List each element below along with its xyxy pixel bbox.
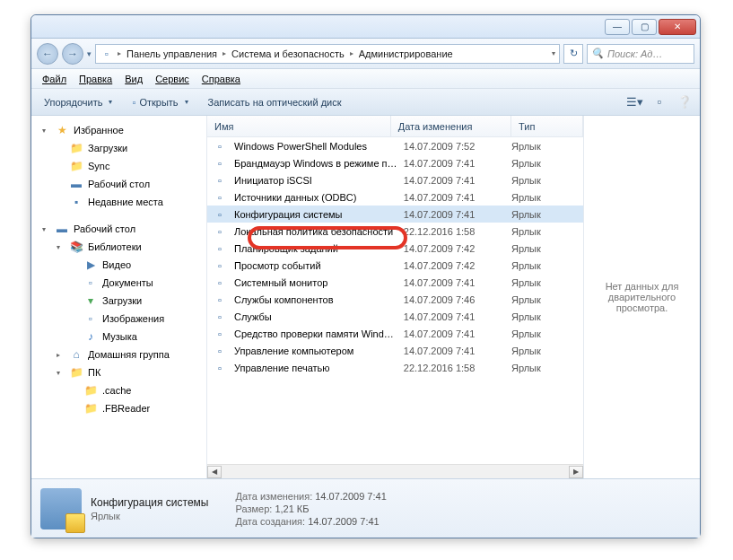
tree-icon: ⌂ xyxy=(69,347,83,362)
tree-item[interactable]: 📁.FBReader xyxy=(31,399,206,417)
menu-edit[interactable]: Правка xyxy=(74,72,118,86)
file-row[interactable]: ▫Средство проверки памяти Windows14.07.2… xyxy=(207,325,583,342)
close-button[interactable]: ✕ xyxy=(659,19,696,35)
tree-item[interactable]: 📁.cache xyxy=(31,381,206,399)
tree-item[interactable]: 📁Sync xyxy=(31,157,206,175)
column-date[interactable]: Дата изменения xyxy=(391,116,511,136)
file-date: 14.07.2009 7:41 xyxy=(404,346,506,356)
file-name: Системный монитор xyxy=(232,277,398,288)
prop-value: 1,21 КБ xyxy=(275,503,309,514)
tree-label: Библиотеки xyxy=(88,241,142,252)
tree-item[interactable]: ▾📚Библиотеки xyxy=(31,238,206,256)
file-row[interactable]: ▫Брандмауэр Windows в режиме повы…14.07.… xyxy=(207,154,583,171)
tree-icon: 📁 xyxy=(69,365,83,380)
tree-label: Загрузки xyxy=(102,295,142,306)
chevron-down-icon[interactable]: ▾ xyxy=(552,49,555,57)
tree-item[interactable]: ▸⌂Домашняя группа xyxy=(31,346,206,363)
file-name: Средство проверки памяти Windows xyxy=(232,328,398,339)
organize-button[interactable]: Упорядочить xyxy=(37,94,119,110)
expander-icon[interactable]: ▸ xyxy=(57,351,65,359)
forward-button[interactable]: → xyxy=(62,43,83,65)
menu-view[interactable]: Вид xyxy=(119,72,148,86)
expander-icon[interactable]: ▾ xyxy=(42,127,50,135)
tree-item[interactable]: ▾📁ПК xyxy=(31,363,206,381)
open-button[interactable]: ▫Открыть xyxy=(125,94,195,110)
file-date: 14.07.2009 7:52 xyxy=(404,141,506,152)
file-name: Службы компонентов xyxy=(232,294,398,305)
expander-icon[interactable]: ▾ xyxy=(42,225,50,233)
file-row[interactable]: ▫Локальная политика безопасности22.12.20… xyxy=(207,223,583,240)
scroll-right-icon[interactable]: ▶ xyxy=(569,466,583,478)
file-date: 14.07.2009 7:41 xyxy=(404,209,506,220)
details-icon xyxy=(40,488,82,529)
tree-item[interactable]: ♪Музыка xyxy=(31,328,206,346)
file-icon: ▫ xyxy=(213,344,227,358)
file-icon: ▫ xyxy=(213,293,227,307)
horizontal-scrollbar[interactable]: ◀ ▶ xyxy=(207,464,583,478)
file-row[interactable]: ▫Просмотр событий14.07.2009 7:42Ярлык xyxy=(207,257,583,274)
file-row[interactable]: ▫Windows PowerShell Modules14.07.2009 7:… xyxy=(207,137,583,154)
tree-label: Изображения xyxy=(102,313,164,324)
column-type[interactable]: Тип xyxy=(511,116,583,136)
file-row[interactable]: ▫Управление печатью22.12.2016 1:58Ярлык xyxy=(207,359,583,376)
tree-icon: ★ xyxy=(55,123,69,137)
file-row[interactable]: ▫Конфигурация системы14.07.2009 7:41Ярлы… xyxy=(207,206,583,223)
file-icon: ▫ xyxy=(213,258,227,273)
menu-help[interactable]: Справка xyxy=(196,72,246,86)
file-date: 14.07.2009 7:41 xyxy=(404,311,506,322)
file-row[interactable]: ▫Источники данных (ODBC)14.07.2009 7:41Я… xyxy=(207,188,583,206)
tree-item[interactable]: ▫Изображения xyxy=(31,310,206,328)
view-options-button[interactable]: ☰▾ xyxy=(624,92,644,112)
expander-icon[interactable]: ▾ xyxy=(57,369,65,377)
back-button[interactable]: ← xyxy=(37,43,58,65)
scroll-left-icon[interactable]: ◀ xyxy=(207,466,222,478)
tree-item[interactable]: ▾Загрузки xyxy=(31,292,206,310)
file-row[interactable]: ▫Управление компьютером14.07.2009 7:41Яр… xyxy=(207,342,583,359)
file-date: 14.07.2009 7:46 xyxy=(404,294,506,305)
file-type: Ярлык xyxy=(511,192,583,203)
navigation-pane[interactable]: ▾★Избранное📁Загрузки📁Sync▬Рабочий стол▪Н… xyxy=(31,116,207,478)
tree-item[interactable]: ▾★Избранное xyxy=(31,121,206,139)
burn-button[interactable]: Записать на оптический диск xyxy=(201,94,349,110)
file-row[interactable]: ▫Системный монитор14.07.2009 7:41Ярлык xyxy=(207,274,583,291)
file-type: Ярлык xyxy=(511,209,583,220)
tree-item[interactable]: ▫Документы xyxy=(31,274,206,292)
column-headers: Имя Дата изменения Тип xyxy=(207,116,583,137)
body: ▾★Избранное📁Загрузки📁Sync▬Рабочий стол▪Н… xyxy=(31,116,700,478)
help-button[interactable]: ❔ xyxy=(675,92,694,112)
minimize-button[interactable]: — xyxy=(605,19,630,35)
file-row[interactable]: ▫Планировщик заданий14.07.2009 7:42Ярлык xyxy=(207,240,583,257)
tree-icon: 📁 xyxy=(69,141,83,155)
address-bar[interactable]: ▫ ▸ Панель управления ▸ Система и безопа… xyxy=(95,44,560,64)
file-row[interactable]: ▫Службы компонентов14.07.2009 7:46Ярлык xyxy=(207,291,583,308)
tree-label: Недавние места xyxy=(88,197,163,207)
menu-file[interactable]: Файл xyxy=(37,72,72,86)
file-name: Инициатор iSCSI xyxy=(232,175,398,186)
tree-icon: 📚 xyxy=(69,240,83,254)
breadcrumb-item[interactable]: Панель управления xyxy=(125,48,219,59)
tree-item[interactable]: ▶Видео xyxy=(31,256,206,274)
toolbar: Упорядочить ▫Открыть Записать на оптичес… xyxy=(31,89,700,116)
search-input[interactable]: 🔍 Поиск: Ад… xyxy=(587,44,694,64)
search-icon: 🔍 xyxy=(591,48,604,59)
maximize-button[interactable]: ▢ xyxy=(632,19,657,35)
file-name: Просмотр событий xyxy=(232,260,398,271)
file-row[interactable]: ▫Службы14.07.2009 7:41Ярлык xyxy=(207,308,583,325)
menu-tools[interactable]: Сервис xyxy=(150,72,195,86)
tree-item[interactable]: ▾▬Рабочий стол xyxy=(31,220,206,238)
details-property: Дата создания: 14.07.2009 7:41 xyxy=(235,516,386,527)
tree-item[interactable]: ▪Недавние места xyxy=(31,193,206,211)
file-type: Ярлык xyxy=(511,158,583,169)
file-row[interactable]: ▫Инициатор iSCSI14.07.2009 7:41Ярлык xyxy=(207,171,583,188)
tree-item[interactable]: 📁Загрузки xyxy=(31,139,206,157)
column-name[interactable]: Имя xyxy=(207,116,391,136)
preview-pane-button[interactable]: ▫ xyxy=(650,92,669,112)
details-property: Дата изменения: 14.07.2009 7:41 xyxy=(235,491,386,502)
breadcrumb-item[interactable]: Администрирование xyxy=(357,48,455,59)
history-dropdown-icon[interactable]: ▾ xyxy=(87,49,92,58)
refresh-button[interactable]: ↻ xyxy=(563,44,583,64)
tree-item[interactable]: ▬Рабочий стол xyxy=(31,175,206,193)
breadcrumb-item[interactable]: Система и безопасность xyxy=(230,48,346,59)
expander-icon[interactable]: ▾ xyxy=(57,243,65,251)
file-name: Источники данных (ODBC) xyxy=(232,192,398,203)
